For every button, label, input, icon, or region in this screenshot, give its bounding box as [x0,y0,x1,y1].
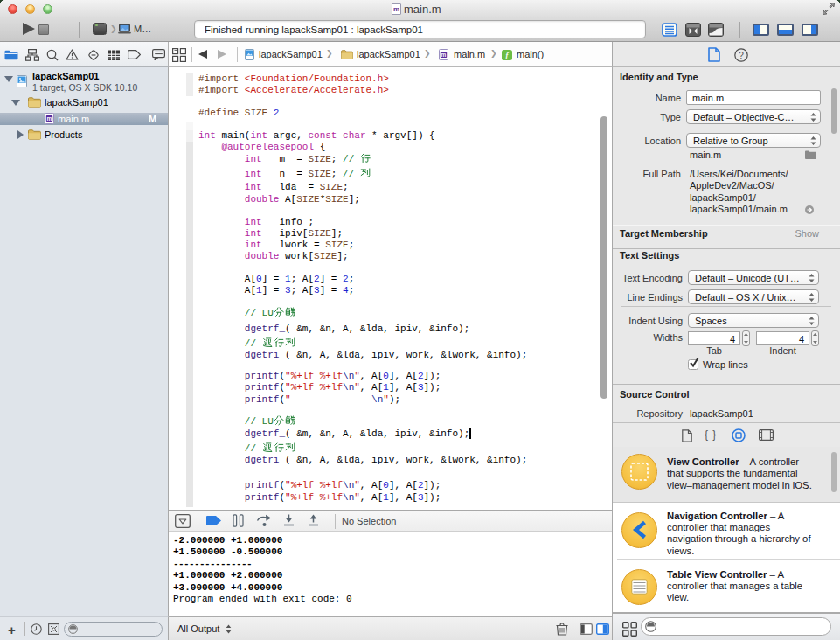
svg-text:m: m [441,52,447,58]
svg-text:m: m [47,115,52,122]
svg-text:?: ? [739,51,744,60]
